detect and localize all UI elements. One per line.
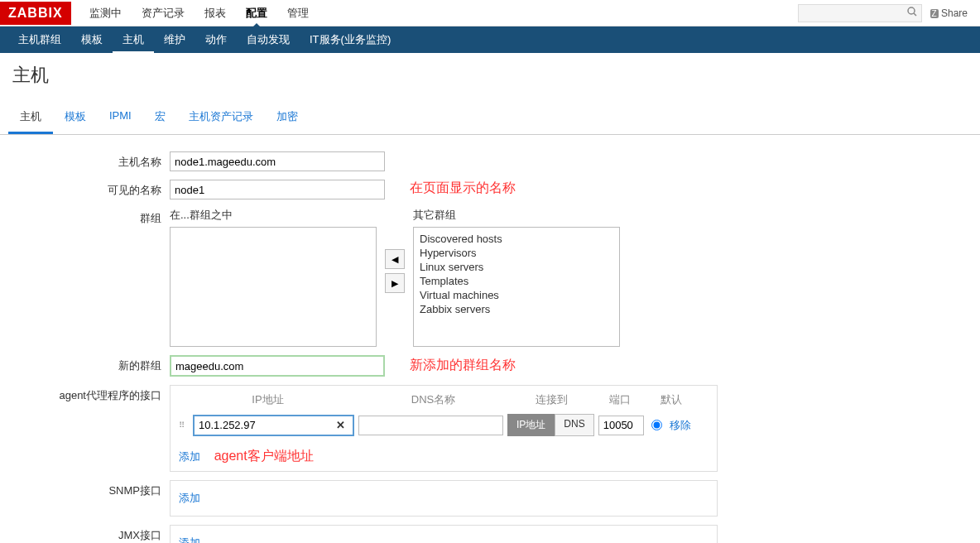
visible-name-label: 可见的名称 [0,180,170,198]
subnav-actions[interactable]: 动作 [195,26,237,53]
header-conn: 连接到 [510,392,593,407]
interface-header: IP地址 DNS名称 连接到 端口 默认 [171,386,717,414]
ip-input-wrapper: ✕ [193,415,354,436]
agent-interface-box: IP地址 DNS名称 连接到 端口 默认 ⠿ ✕ IP地址 DNS [170,385,718,472]
remove-link[interactable]: 移除 [670,418,691,433]
subnav-hosts[interactable]: 主机 [113,26,154,54]
search-input[interactable] [798,4,922,22]
tab-encryption[interactable]: 加密 [265,102,310,134]
tab-templates[interactable]: 模板 [53,102,98,134]
move-right-button[interactable]: ▶ [385,273,405,293]
tab-host[interactable]: 主机 [8,102,53,134]
tab-ipmi[interactable]: IPMI [98,102,143,134]
clear-icon[interactable]: ✕ [333,419,348,431]
host-name-label: 主机名称 [0,151,170,170]
header-default: 默认 [646,392,696,407]
visible-name-input[interactable] [170,180,385,199]
add-agent-interface-link[interactable]: 添加 [171,443,209,471]
new-group-label: 新的群组 [0,355,170,373]
port-input[interactable] [598,416,644,435]
tab-inventory[interactable]: 主机资产记录 [177,102,265,134]
agent-interface-label: agent代理程序的接口 [0,385,170,403]
page-title: 主机 [0,53,980,98]
connect-ip-button[interactable]: IP地址 [507,414,555,436]
other-groups-listbox[interactable]: Discovered hosts Hypervisors Linux serve… [413,227,620,347]
topnav-monitoring[interactable]: 监测中 [79,0,132,26]
svg-point-0 [908,7,915,14]
subnav-maintenance[interactable]: 维护 [154,26,195,53]
ip-address-input[interactable] [199,419,323,431]
topnav-admin[interactable]: 管理 [277,0,319,26]
header-ip: IP地址 [179,392,357,407]
host-form: 主机名称 可见的名称 在页面显示的名称 群组 在...群组之中 ◀ ▶ [0,135,980,543]
default-radio[interactable] [651,420,662,430]
new-group-input[interactable] [170,355,385,377]
group-option[interactable]: Discovered hosts [418,232,615,246]
other-groups-label: 其它群组 [413,208,620,223]
header-dns: DNS名称 [357,392,510,407]
move-left-button[interactable]: ◀ [385,249,405,269]
sub-nav-bar: 主机群组 模板 主机 维护 动作 自动发现 IT服务(业务监控) [0,26,980,53]
drag-handle-icon[interactable]: ⠿ [179,422,189,429]
add-jmx-interface-link[interactable]: 添加 [171,526,209,543]
snmp-interface-label: SNMP接口 [0,480,170,498]
group-option[interactable]: Linux servers [418,260,615,274]
brand-logo: ZABBIX [0,2,71,25]
group-option[interactable]: Virtual machines [418,288,615,302]
group-option[interactable]: Templates [418,274,615,288]
topnav-reports[interactable]: 报表 [195,0,236,26]
annotation-new-group: 新添加的群组名称 [410,357,516,374]
group-option[interactable]: Zabbix servers [418,302,615,316]
share-button[interactable]: Z Share [930,7,968,19]
svg-line-1 [914,13,916,16]
annotation-visible-name: 在页面显示的名称 [410,180,516,197]
header-port: 端口 [593,392,646,407]
add-snmp-interface-link[interactable]: 添加 [171,481,209,516]
tab-macros[interactable]: 宏 [143,102,177,134]
connect-to-toggle: IP地址 DNS [507,414,594,436]
tabs-bar: 主机 模板 IPMI 宏 主机资产记录 加密 [0,102,980,135]
annotation-agent-addr: agent客户端地址 [214,449,314,463]
group-option[interactable]: Hypervisors [418,246,615,260]
host-name-input[interactable] [170,151,385,171]
subnav-itservices[interactable]: IT服务(业务监控) [300,26,401,53]
top-nav: 监测中 资产记录 报表 配置 管理 [79,0,798,26]
topnav-inventory[interactable]: 资产记录 [132,0,195,26]
in-groups-label: 在...群组之中 [170,208,377,223]
top-bar: ZABBIX 监测中 资产记录 报表 配置 管理 Z Share [0,0,980,26]
groups-label: 群组 [0,208,170,226]
subnav-hostgroups[interactable]: 主机群组 [8,26,71,53]
jmx-interface-label: JMX接口 [0,525,170,543]
snmp-interface-box: 添加 [170,480,718,517]
jmx-interface-box: 添加 [170,525,718,543]
topnav-configuration[interactable]: 配置 [236,0,277,26]
subnav-discovery[interactable]: 自动发现 [237,26,300,53]
search-icon [907,7,917,19]
dns-name-input[interactable] [358,416,503,435]
agent-interface-row: ⠿ ✕ IP地址 DNS 移除 [171,414,717,443]
subnav-templates[interactable]: 模板 [71,26,113,53]
connect-dns-button[interactable]: DNS [555,414,593,436]
in-groups-listbox[interactable] [170,227,377,347]
